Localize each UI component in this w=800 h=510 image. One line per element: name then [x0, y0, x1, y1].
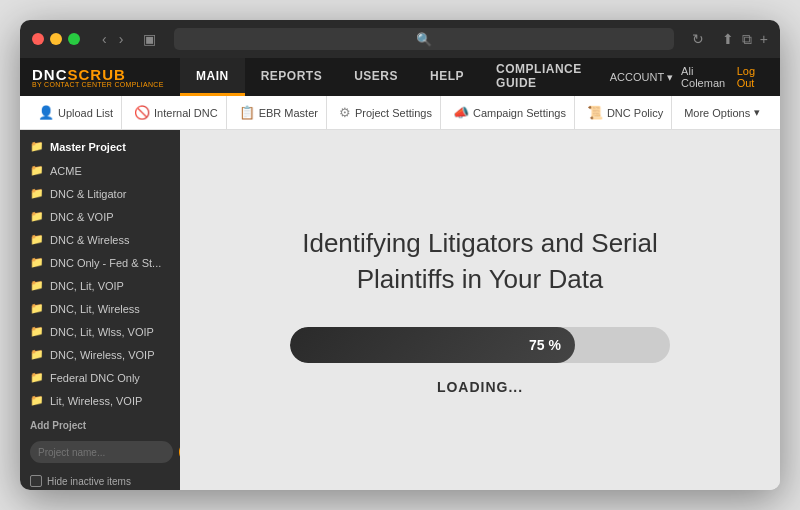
- logo: DNC SCRUB BY CONTACT CENTER COMPLIANCE: [32, 66, 164, 88]
- more-options-button[interactable]: More Options ▾: [676, 96, 768, 129]
- progress-percent-label: 75 %: [529, 337, 561, 353]
- sidebar-item-dnc-lit-wireless[interactable]: 📁 DNC, Lit, Wireless: [20, 297, 180, 320]
- add-project-section-label: Add Project: [20, 412, 180, 435]
- sidebar: 📁 Master Project 📁 ACME 📁 DNC & Litigato…: [20, 130, 180, 490]
- title-line1: Identifying Litigators and Serial: [302, 228, 658, 258]
- loading-title: Identifying Litigators and Serial Plaint…: [302, 225, 658, 298]
- folder-icon: 📁: [30, 371, 44, 384]
- sidebar-item-dnc-wireless[interactable]: 📁 DNC & Wireless: [20, 228, 180, 251]
- nav-users[interactable]: USERS: [338, 58, 414, 96]
- sidebar-item-dnc-only[interactable]: 📁 DNC Only - Fed & St...: [20, 251, 180, 274]
- logout-link[interactable]: Log Out: [737, 65, 768, 89]
- folder-icon: 📁: [30, 140, 44, 153]
- add-project-row: +: [20, 435, 180, 469]
- upload-list-button[interactable]: 👤 Upload List: [30, 96, 122, 129]
- account-menu[interactable]: ACCOUNT ▾: [610, 71, 673, 84]
- new-tab-icon[interactable]: +: [760, 31, 768, 48]
- sidebar-item-label: DNC, Lit, Wlss, VOIP: [50, 326, 154, 338]
- sidebar-item-dnc-litigator[interactable]: 📁 DNC & Litigator: [20, 182, 180, 205]
- dnc-policy-button[interactable]: 📜 DNC Policy: [579, 96, 672, 129]
- hide-inactive-label: Hide inactive items: [47, 476, 131, 487]
- campaign-settings-button[interactable]: 📣 Campaign Settings: [445, 96, 575, 129]
- folder-icon: 📁: [30, 233, 44, 246]
- sidebar-item-label: ACME: [50, 165, 82, 177]
- minimize-button[interactable]: [50, 33, 62, 45]
- sidebar-item-label: DNC, Wireless, VOIP: [50, 349, 155, 361]
- folder-icon: 📁: [30, 302, 44, 315]
- sidebar-item-dnc-lit-voip[interactable]: 📁 DNC, Lit, VOIP: [20, 274, 180, 297]
- internal-dnc-label: Internal DNC: [154, 107, 218, 119]
- nav-right: ACCOUNT ▾ Ali Coleman Log Out: [598, 58, 780, 96]
- sidebar-item-label: Lit, Wireless, VOIP: [50, 395, 142, 407]
- folder-icon: 📁: [30, 187, 44, 200]
- sidebar-item-dnc-wireless-voip[interactable]: 📁 DNC, Wireless, VOIP: [20, 343, 180, 366]
- campaign-settings-icon: 📣: [453, 105, 469, 120]
- nav-links: MAIN REPORTS USERS HELP COMPLIANCE GUIDE: [180, 58, 598, 96]
- logo-subtitle: BY CONTACT CENTER COMPLIANCE: [32, 81, 164, 88]
- fullscreen-icon[interactable]: ⧉: [742, 31, 752, 48]
- sidebar-item-dnc-lit-wlss-voip[interactable]: 📁 DNC, Lit, Wlss, VOIP: [20, 320, 180, 343]
- account-label: ACCOUNT: [610, 71, 664, 83]
- project-settings-button[interactable]: ⚙ Project Settings: [331, 96, 441, 129]
- upload-list-icon: 👤: [38, 105, 54, 120]
- share-icon[interactable]: ⬆: [722, 31, 734, 48]
- folder-icon: 📁: [30, 348, 44, 361]
- titlebar: ‹ › ▣ 🔍 ↻ ⬆ ⧉ +: [20, 20, 780, 58]
- nav-help[interactable]: HELP: [414, 58, 480, 96]
- logo-area: DNC SCRUB BY CONTACT CENTER COMPLIANCE: [20, 58, 180, 96]
- sidebar-item-lit-wireless-voip[interactable]: 📁 Lit, Wireless, VOIP: [20, 389, 180, 412]
- nav-main[interactable]: MAIN: [180, 58, 245, 96]
- project-settings-icon: ⚙: [339, 105, 351, 120]
- ebr-master-label: EBR Master: [259, 107, 318, 119]
- title-line2: Plaintiffs in Your Data: [357, 264, 604, 294]
- search-bar[interactable]: 🔍: [174, 28, 673, 50]
- folder-icon: 📁: [30, 394, 44, 407]
- forward-button[interactable]: ›: [115, 29, 128, 49]
- internal-dnc-icon: 🚫: [134, 105, 150, 120]
- traffic-lights: [32, 33, 80, 45]
- sidebar-item-label: DNC, Lit, VOIP: [50, 280, 124, 292]
- folder-icon: 📁: [30, 279, 44, 292]
- titlebar-actions: ⬆ ⧉ +: [722, 31, 768, 48]
- main-panel: Identifying Litigators and Serial Plaint…: [180, 130, 780, 490]
- project-settings-label: Project Settings: [355, 107, 432, 119]
- back-button[interactable]: ‹: [98, 29, 111, 49]
- sidebar-item-federal-dnc[interactable]: 📁 Federal DNC Only: [20, 366, 180, 389]
- folder-icon: 📁: [30, 164, 44, 177]
- sidebar-item-label: DNC, Lit, Wireless: [50, 303, 140, 315]
- nav-reports[interactable]: REPORTS: [245, 58, 339, 96]
- nav-compliance-guide[interactable]: COMPLIANCE GUIDE: [480, 58, 598, 96]
- sidebar-master-project[interactable]: 📁 Master Project: [20, 134, 180, 159]
- sidebar-item-label: DNC & Litigator: [50, 188, 126, 200]
- more-options-label: More Options: [684, 107, 750, 119]
- navbar: DNC SCRUB BY CONTACT CENTER COMPLIANCE M…: [20, 58, 780, 96]
- nav-buttons: ‹ ›: [98, 29, 127, 49]
- ebr-master-icon: 📋: [239, 105, 255, 120]
- folder-icon: 📁: [30, 325, 44, 338]
- sidebar-item-acme[interactable]: 📁 ACME: [20, 159, 180, 182]
- sidebar-item-label: Federal DNC Only: [50, 372, 140, 384]
- search-icon: 🔍: [416, 32, 432, 47]
- upload-list-label: Upload List: [58, 107, 113, 119]
- sidebar-item-label: DNC & VOIP: [50, 211, 114, 223]
- folder-icon: 📁: [30, 210, 44, 223]
- maximize-button[interactable]: [68, 33, 80, 45]
- master-project-label: Master Project: [50, 141, 126, 153]
- sidebar-item-dnc-voip[interactable]: 📁 DNC & VOIP: [20, 205, 180, 228]
- hide-inactive-checkbox[interactable]: [30, 475, 42, 487]
- ebr-master-button[interactable]: 📋 EBR Master: [231, 96, 327, 129]
- sidebar-item-label: DNC & Wireless: [50, 234, 129, 246]
- progress-bar-background: 75 %: [290, 327, 670, 363]
- internal-dnc-button[interactable]: 🚫 Internal DNC: [126, 96, 227, 129]
- dnc-policy-icon: 📜: [587, 105, 603, 120]
- loading-label: LOADING...: [437, 379, 523, 395]
- project-name-input[interactable]: [30, 441, 173, 463]
- sidebar-footer: Hide inactive items: [20, 469, 180, 490]
- progress-container: 75 %: [290, 327, 670, 363]
- content-area: 📁 Master Project 📁 ACME 📁 DNC & Litigato…: [20, 130, 780, 490]
- refresh-icon[interactable]: ↻: [692, 31, 704, 47]
- more-options-chevron-icon: ▾: [754, 106, 760, 119]
- close-button[interactable]: [32, 33, 44, 45]
- account-chevron-icon: ▾: [667, 71, 673, 84]
- dnc-policy-label: DNC Policy: [607, 107, 663, 119]
